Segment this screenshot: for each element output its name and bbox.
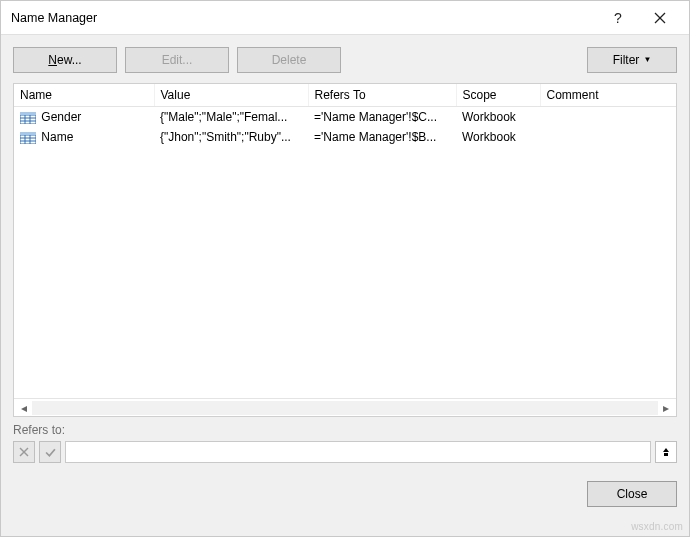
watermark: wsxdn.com <box>631 521 683 532</box>
named-range-icon <box>20 112 36 124</box>
svg-rect-8 <box>20 112 36 115</box>
refers-to-row <box>1 441 689 467</box>
close-icon <box>654 12 666 24</box>
scroll-track[interactable] <box>32 401 658 415</box>
cell-scope: Workbook <box>456 107 540 128</box>
refers-to-input[interactable] <box>65 441 651 463</box>
dialog-title: Name Manager <box>11 11 597 25</box>
names-table: Name Value Refers To Scope Comment Gende… <box>14 84 676 147</box>
table-row[interactable]: Gender {"Male";"Male";"Femal... ='Name M… <box>14 107 676 128</box>
delete-button[interactable]: Delete <box>237 47 341 73</box>
svg-marker-19 <box>663 448 669 452</box>
collapse-icon <box>661 447 671 457</box>
cancel-ref-button[interactable] <box>13 441 35 463</box>
new-button[interactable]: New... <box>13 47 117 73</box>
cell-name: Name <box>41 130 73 144</box>
scroll-left-icon[interactable]: ◂ <box>16 401 32 415</box>
col-header-refers[interactable]: Refers To <box>308 84 456 107</box>
names-list: Name Value Refers To Scope Comment Gende… <box>13 83 677 417</box>
collapse-dialog-button[interactable] <box>655 441 677 463</box>
check-icon <box>45 447 56 458</box>
x-icon <box>19 447 29 457</box>
titlebar-close-button[interactable] <box>639 2 681 34</box>
titlebar: Name Manager ? <box>1 1 689 35</box>
cell-value: {"Male";"Male";"Femal... <box>154 107 308 128</box>
scroll-right-icon[interactable]: ▸ <box>658 401 674 415</box>
col-header-value[interactable]: Value <box>154 84 308 107</box>
close-button[interactable]: Close <box>587 481 677 507</box>
help-button[interactable]: ? <box>597 2 639 34</box>
chevron-down-icon: ▼ <box>643 55 651 64</box>
named-range-icon <box>20 132 36 144</box>
svg-rect-15 <box>20 132 36 135</box>
cell-comment <box>540 107 676 128</box>
col-header-scope[interactable]: Scope <box>456 84 540 107</box>
edit-button[interactable]: Edit... <box>125 47 229 73</box>
cell-refers: ='Name Manager'!$C... <box>308 107 456 128</box>
table-row[interactable]: Name {"Jhon";"Smith";"Ruby"... ='Name Ma… <box>14 127 676 147</box>
horizontal-scrollbar[interactable]: ◂ ▸ <box>14 398 676 416</box>
svg-rect-18 <box>664 453 668 456</box>
refers-to-label: Refers to: <box>1 417 689 441</box>
col-header-comment[interactable]: Comment <box>540 84 676 107</box>
accept-ref-button[interactable] <box>39 441 61 463</box>
cell-refers: ='Name Manager'!$B... <box>308 127 456 147</box>
name-manager-dialog: Name Manager ? New... Edit... Delete Fil… <box>0 0 690 537</box>
filter-button[interactable]: Filter▼ <box>587 47 677 73</box>
cell-scope: Workbook <box>456 127 540 147</box>
cell-name: Gender <box>41 110 81 124</box>
cell-comment <box>540 127 676 147</box>
cell-value: {"Jhon";"Smith";"Ruby"... <box>154 127 308 147</box>
dialog-footer: Close <box>1 467 689 521</box>
col-header-name[interactable]: Name <box>14 84 154 107</box>
column-header-row[interactable]: Name Value Refers To Scope Comment <box>14 84 676 107</box>
toolbar: New... Edit... Delete Filter▼ <box>1 35 689 83</box>
